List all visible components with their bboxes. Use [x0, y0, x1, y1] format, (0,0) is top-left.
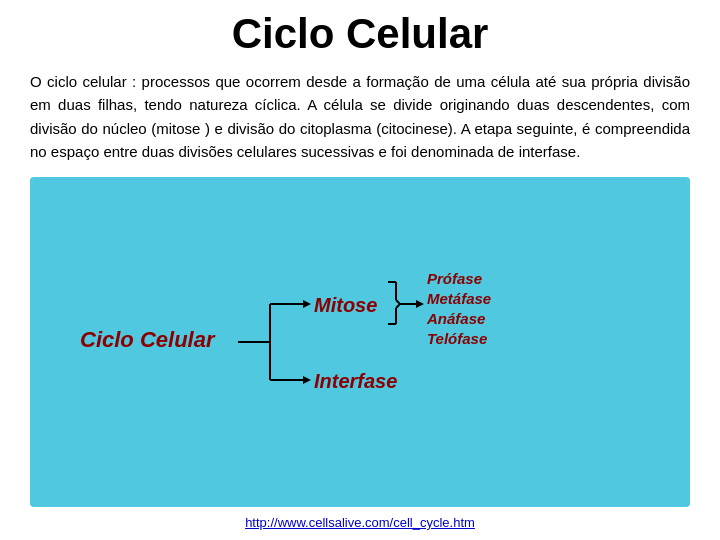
svg-marker-3: [303, 300, 311, 308]
diagram-svg: Ciclo Celular Mitose Interfase: [70, 262, 650, 422]
svg-line-10: [396, 304, 400, 308]
page: Ciclo Celular O ciclo celular : processo…: [0, 0, 720, 540]
diagram-area: Ciclo Celular Mitose Interfase: [30, 177, 690, 507]
ciclo-celular-label: Ciclo Celular: [80, 327, 216, 352]
telofase-text: Telófase: [427, 330, 487, 347]
reference-link[interactable]: http://www.cellsalive.com/cell_cycle.htm: [245, 515, 475, 530]
description-text: O ciclo celular : processos que ocorrem …: [30, 70, 690, 163]
link-area: http://www.cellsalive.com/cell_cycle.htm: [30, 515, 690, 530]
mitose-text: Mitose: [314, 294, 377, 316]
diagram-container: Ciclo Celular Mitose Interfase: [50, 187, 670, 497]
svg-marker-14: [416, 300, 424, 308]
svg-marker-6: [303, 376, 311, 384]
interfase-text: Interfase: [314, 370, 397, 392]
anafase-text: Anáfase: [426, 310, 485, 327]
metafase-text: Metáfase: [427, 290, 491, 307]
profase-text: Prófase: [427, 270, 482, 287]
page-title: Ciclo Celular: [30, 10, 690, 58]
